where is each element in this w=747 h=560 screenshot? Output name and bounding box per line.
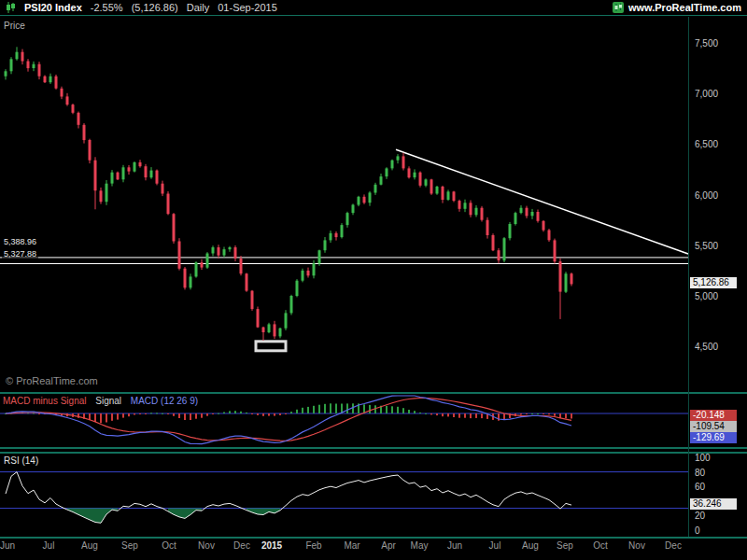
level-label: 5,388.96: [2, 237, 38, 246]
timeframe-label: Daily: [187, 2, 209, 13]
rsi-axis[interactable]: 36.246 1008060200: [689, 455, 747, 537]
prorealtime-logo-icon: [613, 2, 624, 13]
price-axis-tick: 6,000: [695, 190, 718, 201]
price-axis-tick: 7,500: [695, 38, 718, 49]
axis-divider: [688, 17, 689, 537]
time-axis-label: Feb: [300, 540, 328, 551]
time-axis-label: Apr: [374, 540, 402, 551]
price-panel-title[interactable]: Price: [4, 21, 25, 31]
time-axis-label: Sep: [116, 540, 144, 551]
symbol-name: PSI20 Index: [24, 2, 82, 13]
time-axis-label: Oct: [586, 540, 614, 551]
prorealtime-chart-window: PSI20 Index -2.55% (5,126.86) Daily 01-S…: [0, 0, 747, 560]
change-percent: -2.55%: [91, 2, 123, 13]
price-axis-tick: 4,500: [695, 342, 718, 352]
rsi-chart-canvas[interactable]: [0, 455, 689, 535]
rsi-axis-tick: 60: [695, 482, 705, 492]
time-axis-label: Jul: [35, 540, 63, 551]
macd-axis[interactable]: -20.148 -109.54 -129.69: [689, 395, 747, 448]
time-axis-label: Aug: [516, 540, 544, 551]
price-axis-tick: 6,500: [695, 139, 718, 149]
top-bar-right: www.ProRealTime.com: [613, 2, 741, 13]
rsi-axis-tick: 20: [695, 511, 705, 521]
rsi-panel: RSI (14): [0, 455, 689, 535]
time-axis-label: Jun: [441, 540, 469, 551]
panel-separator: [0, 447, 747, 449]
time-axis-label: Dec: [228, 540, 256, 551]
time-axis-label: Sep: [551, 540, 579, 551]
macd-signal-badge: -109.54: [690, 421, 737, 432]
macd-label[interactable]: MACD (12 26 9): [131, 396, 198, 406]
time-axis-label: Jul: [481, 540, 509, 551]
rsi-label[interactable]: RSI (14): [4, 455, 38, 466]
panel-separator: [0, 452, 747, 454]
price-panel: Price 5,388.96 5,327.88 © ProRealTime.co…: [0, 17, 689, 392]
level-label: 5,327.88: [2, 249, 38, 259]
time-axis-label: Aug: [76, 540, 104, 551]
time-axis-label: May: [405, 540, 433, 551]
time-axis-label: Dec: [659, 540, 687, 551]
time-axis-label: 2015: [258, 540, 286, 551]
macd-hist-badge: -20.148: [690, 410, 737, 421]
price-axis-tick: 5,000: [695, 291, 718, 301]
time-axis-label: Oct: [155, 540, 183, 551]
watermark: © ProRealTime.com: [6, 375, 98, 386]
last-price-inline: (5,126.86): [132, 2, 178, 13]
macd-header: MACD minus Signal Signal MACD (12 26 9): [3, 396, 204, 406]
macd-signal-label[interactable]: Signal: [95, 396, 121, 406]
time-axis-label: Nov: [623, 540, 651, 551]
macd-hist-label[interactable]: MACD minus Signal: [3, 396, 86, 406]
price-chart-canvas[interactable]: [0, 17, 689, 392]
date-label: 01-Sep-2015: [218, 2, 277, 13]
macd-panel: MACD minus Signal Signal MACD (12 26 9): [0, 395, 689, 447]
rsi-axis-tick: 80: [695, 468, 705, 478]
site-link[interactable]: www.ProRealTime.com: [628, 2, 741, 13]
rsi-value-badge: 36.246: [690, 498, 737, 510]
time-axis-label: Mar: [338, 540, 366, 551]
macd-line-badge: -129.69: [690, 432, 737, 443]
price-axis-tick: 5,500: [695, 241, 718, 251]
time-axis-label: Jun: [0, 540, 21, 551]
last-price-badge: 5,126.86: [690, 277, 737, 288]
price-axis-tick: 7,000: [695, 89, 718, 99]
rsi-axis-tick: 100: [695, 453, 711, 463]
top-bar: PSI20 Index -2.55% (5,126.86) Daily 01-S…: [0, 0, 747, 16]
panel-separator: [0, 392, 747, 394]
rsi-axis-tick: 0: [695, 525, 700, 536]
price-axis[interactable]: 5,126.86 7,5007,0006,5006,0005,5005,0004…: [689, 17, 747, 392]
time-axis[interactable]: JunJulAugSepOctNovDec2015FebMarAprMayJun…: [0, 539, 747, 553]
candlestick-icon: [6, 2, 16, 13]
time-axis-label: Nov: [192, 540, 220, 551]
